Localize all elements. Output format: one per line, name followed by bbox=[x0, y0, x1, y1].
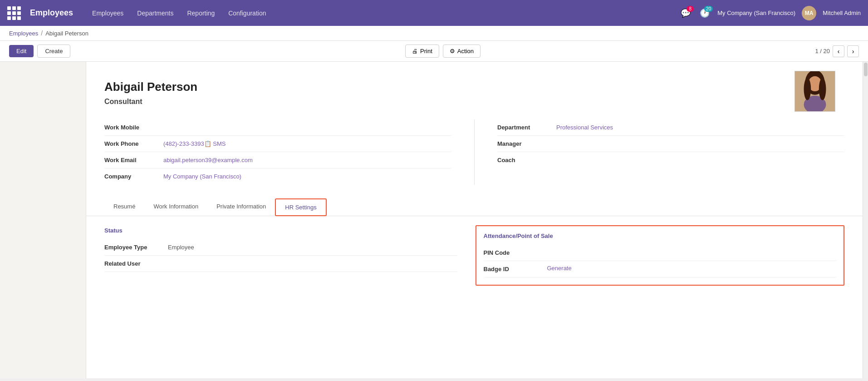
employee-type-label: Employee Type bbox=[104, 243, 168, 251]
department-label: Department bbox=[497, 123, 556, 131]
next-record-button[interactable]: › bbox=[847, 45, 859, 57]
badge-id-label: Badge ID bbox=[484, 265, 547, 272]
svg-point-4 bbox=[804, 78, 811, 100]
coach-label: Coach bbox=[497, 156, 556, 163]
department-value[interactable]: Professional Services bbox=[556, 123, 613, 131]
field-work-phone: Work Phone (482)-233-3393 📋 SMS bbox=[104, 136, 451, 152]
photo-placeholder bbox=[795, 71, 835, 111]
toolbar-right: 1 / 20 ‹ › bbox=[815, 45, 859, 57]
company-label: Company bbox=[104, 172, 163, 180]
work-mobile-label: Work Mobile bbox=[104, 123, 163, 131]
print-icon: 🖨 bbox=[412, 48, 418, 54]
company-name: My Company (San Francisco) bbox=[717, 10, 795, 16]
sidebar bbox=[0, 62, 86, 378]
tab-private-information[interactable]: Private Information bbox=[207, 198, 275, 216]
print-label: Print bbox=[420, 48, 432, 54]
scrollbar-track[interactable] bbox=[863, 62, 868, 378]
employee-title: Consultant bbox=[104, 98, 844, 106]
top-navigation: Employees Employees Departments Reportin… bbox=[0, 0, 868, 26]
gear-icon: ⚙ bbox=[450, 48, 455, 54]
toolbar: Edit Create 🖨 Print ⚙ Action 1 / 20 ‹ › bbox=[0, 41, 868, 62]
activity-notifications[interactable]: 🕐 20 bbox=[698, 7, 711, 20]
field-badge-id: Badge ID Generate bbox=[484, 261, 837, 277]
nav-employees[interactable]: Employees bbox=[87, 7, 129, 20]
toolbar-center: 🖨 Print ⚙ Action bbox=[74, 45, 811, 58]
prev-record-button[interactable]: ‹ bbox=[833, 45, 844, 57]
field-department: Department Professional Services bbox=[497, 119, 844, 136]
status-section: Status Employee Type Employee Related Us… bbox=[104, 225, 457, 286]
related-user-label: Related User bbox=[104, 259, 168, 267]
field-related-user: Related User bbox=[104, 256, 457, 272]
employee-form: Abigail Peterson Consultant Work Mobile … bbox=[86, 62, 863, 308]
scrollbar-thumb[interactable] bbox=[864, 63, 868, 76]
breadcrumb-current: Abigail Peterson bbox=[45, 30, 88, 37]
breadcrumb-parent[interactable]: Employees bbox=[9, 30, 38, 37]
status-title: Status bbox=[104, 227, 457, 234]
attendance-section: Attendance/Point of Sale PIN Code Badge … bbox=[476, 225, 845, 286]
main-area: Abigail Peterson Consultant Work Mobile … bbox=[0, 62, 868, 378]
tabs-bar: Resumé Work Information Private Informat… bbox=[86, 198, 863, 216]
content-area: Abigail Peterson Consultant Work Mobile … bbox=[86, 62, 863, 378]
generate-button[interactable]: Generate bbox=[547, 265, 572, 272]
app-brand: Employees bbox=[30, 8, 73, 18]
tab-resume[interactable]: Resumé bbox=[104, 198, 144, 216]
manager-label: Manager bbox=[497, 139, 556, 147]
action-label: Action bbox=[457, 48, 474, 54]
pin-code-label: PIN Code bbox=[484, 248, 547, 256]
svg-point-5 bbox=[819, 78, 826, 100]
chat-notifications[interactable]: 💬 8 bbox=[679, 7, 692, 20]
breadcrumb-sep: / bbox=[41, 30, 43, 37]
create-button[interactable]: Create bbox=[37, 45, 70, 58]
hr-settings-content: Status Employee Type Employee Related Us… bbox=[104, 216, 844, 295]
chat-badge: 8 bbox=[687, 6, 694, 12]
tab-hr-settings[interactable]: HR Settings bbox=[275, 198, 326, 216]
nav-reporting[interactable]: Reporting bbox=[181, 7, 220, 20]
employee-photo[interactable] bbox=[794, 71, 835, 112]
field-work-mobile: Work Mobile bbox=[104, 119, 451, 136]
nav-departments[interactable]: Departments bbox=[132, 7, 179, 20]
avatar[interactable]: MA bbox=[802, 6, 816, 20]
field-manager: Manager bbox=[497, 136, 844, 152]
work-email-value[interactable]: abigail.peterson39@example.com bbox=[163, 156, 253, 163]
fields-divider bbox=[474, 119, 475, 185]
nav-configuration[interactable]: Configuration bbox=[223, 7, 271, 20]
employee-fields: Work Mobile Work Phone (482)-233-3393 📋 … bbox=[104, 119, 844, 185]
user-name: Mitchell Admin bbox=[823, 10, 861, 16]
field-coach: Coach bbox=[497, 152, 844, 168]
company-value[interactable]: My Company (San Francisco) bbox=[163, 172, 241, 180]
sms-link[interactable]: 📋 SMS bbox=[204, 139, 226, 147]
nav-links: Employees Departments Reporting Configur… bbox=[87, 7, 670, 20]
tab-work-information[interactable]: Work Information bbox=[144, 198, 207, 216]
apps-icon[interactable] bbox=[7, 6, 21, 20]
employee-type-value[interactable]: Employee bbox=[168, 243, 194, 251]
work-phone-value[interactable]: (482)-233-3393 bbox=[163, 139, 204, 147]
work-phone-label: Work Phone bbox=[104, 139, 163, 147]
edit-button[interactable]: Edit bbox=[9, 45, 34, 57]
activity-badge: 20 bbox=[704, 6, 713, 12]
field-pin-code: PIN Code bbox=[484, 245, 837, 261]
breadcrumb: Employees / Abigail Peterson bbox=[0, 26, 868, 41]
print-button[interactable]: 🖨 Print bbox=[405, 45, 439, 58]
work-email-label: Work Email bbox=[104, 156, 163, 163]
fields-left: Work Mobile Work Phone (482)-233-3393 📋 … bbox=[104, 119, 451, 185]
field-company: Company My Company (San Francisco) bbox=[104, 168, 451, 185]
pagination: 1 / 20 bbox=[815, 48, 830, 54]
employee-name: Abigail Peterson bbox=[104, 80, 844, 94]
field-employee-type: Employee Type Employee bbox=[104, 239, 457, 256]
header-right: 💬 8 🕐 20 My Company (San Francisco) MA M… bbox=[679, 6, 861, 20]
fields-right: Department Professional Services Manager… bbox=[497, 119, 844, 185]
field-work-email: Work Email abigail.peterson39@example.co… bbox=[104, 152, 451, 168]
action-button[interactable]: ⚙ Action bbox=[443, 45, 481, 58]
attendance-title: Attendance/Point of Sale bbox=[484, 233, 837, 239]
